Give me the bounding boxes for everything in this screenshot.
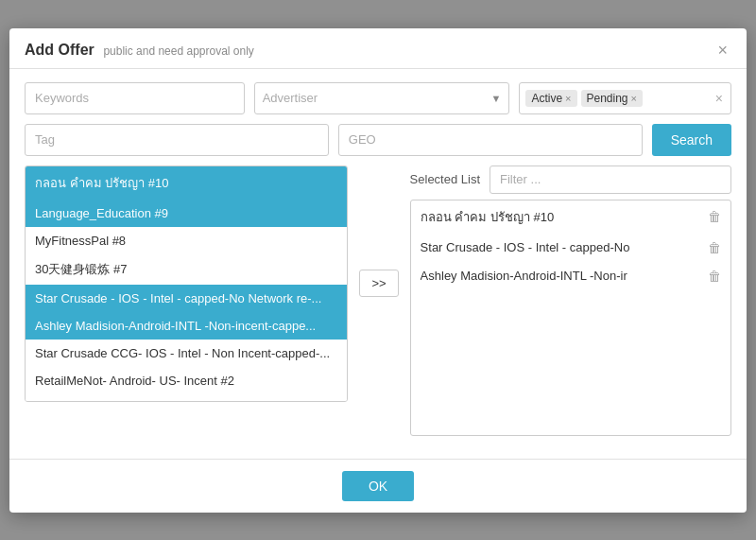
active-tag-label: Active [531,92,562,105]
filter-row-2: Search [25,124,731,156]
modal-header: Add Offer public and need approval only … [9,28,747,69]
remove-item-button[interactable]: 🗑 [708,240,721,255]
remove-item-button[interactable]: 🗑 [708,269,721,284]
modal-footer: OK [9,459,747,513]
ok-button[interactable]: OK [342,471,414,501]
list-item[interactable]: กลอน คำคม ปรัชญา #10 [26,166,347,200]
list-item[interactable]: MyFitnessPal #8 [26,227,347,254]
filter-row-1: Advertiser ▼ Active × Pending × × [25,82,731,114]
status-tag-active: Active × [525,90,576,107]
selected-item-text: กลอน คำคม ปรัชญา #10 [421,207,702,227]
advertiser-placeholder: Advertiser [263,91,491,105]
right-panel-wrapper: Selected List กลอน คำคม ปรัชญา #10 🗑 Sta… [410,165,731,436]
clear-all-status-button[interactable]: × [713,91,725,106]
selected-offer-list-panel[interactable]: กลอน คำคม ปรัชญา #10 🗑 Star Crusade - IO… [410,200,731,436]
list-item[interactable]: Language_Education #9 [26,200,347,227]
add-offer-modal: Add Offer public and need approval only … [9,28,747,513]
selected-list-item: กลอน คำคม ปรัชญา #10 🗑 [411,200,730,234]
offer-list-panel[interactable]: กลอน คำคม ปรัชญา #10 Language_Education … [25,165,348,402]
search-button[interactable]: Search [652,124,731,156]
remove-item-button[interactable]: 🗑 [708,209,721,224]
selected-item-text: Star Crusade - IOS - Intel - capped-No [421,240,702,254]
modal-overlay[interactable]: Add Offer public and need approval only … [0,0,756,540]
pending-tag-label: Pending [587,92,628,105]
selected-list-item: Ashley Madision-Android-INTL -Non-ir 🗑 [411,262,730,290]
list-item[interactable]: Ashley Madision-Android-INTL -Non-incent… [26,312,347,340]
status-tag-pending: Pending × [581,90,643,107]
move-to-selected-button[interactable]: >> [359,270,398,297]
remove-active-button[interactable]: × [565,93,571,104]
selected-list-label: Selected List [410,172,480,186]
list-item[interactable]: Star Crusade CCG- IOS - Intel - Non Ince… [26,340,347,367]
list-item[interactable]: 30天健身锻炼 #7 [26,254,347,285]
list-item[interactable]: Affiliate_World_Conference_Test_Offer #1 [26,394,347,402]
tag-input[interactable] [25,124,329,156]
modal-title-area: Add Offer public and need approval only [25,42,254,59]
status-filter-tags: Active × Pending × × [519,82,731,114]
list-item[interactable]: Star Crusade - IOS - Intel - capped-No N… [26,285,347,312]
selected-list-filter-input[interactable] [490,165,731,194]
list-item[interactable]: RetailMeNot- Android- US- Incent #2 [26,367,347,394]
remove-pending-button[interactable]: × [631,93,637,104]
modal-body: Advertiser ▼ Active × Pending × × [9,69,747,449]
modal-subtitle: public and need approval only [103,44,253,58]
chevron-down-icon: ▼ [490,93,501,104]
modal-title: Add Offer [25,42,94,58]
keywords-input[interactable] [25,82,245,114]
advertiser-dropdown[interactable]: Advertiser ▼ [254,82,510,114]
move-button-area: >> [348,165,409,402]
selected-list-header: Selected List [410,165,731,194]
selected-list-item: Star Crusade - IOS - Intel - capped-No 🗑 [411,234,730,262]
selected-item-text: Ashley Madision-Android-INTL -Non-ir [421,269,702,283]
modal-close-button[interactable]: × [713,42,731,59]
geo-input[interactable] [338,124,643,156]
lists-section: กลอน คำคม ปรัชญา #10 Language_Education … [25,165,731,436]
